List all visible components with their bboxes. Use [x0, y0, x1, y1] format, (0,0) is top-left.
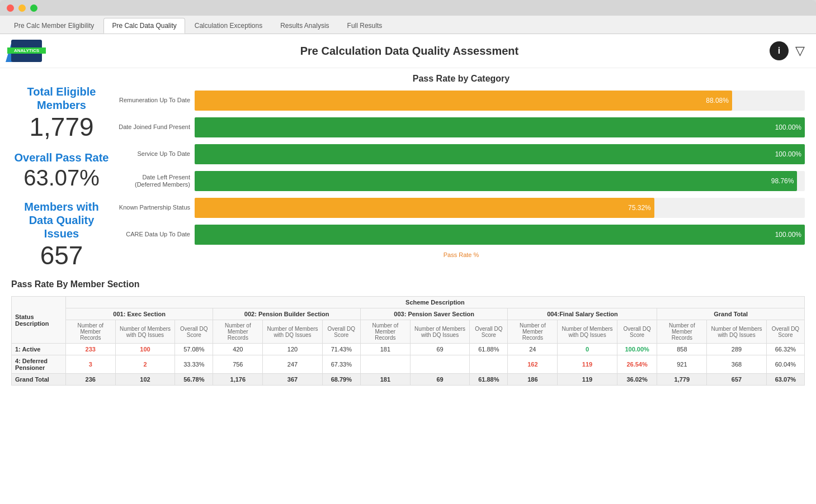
bar-label: Remuneration Up To Date [117, 97, 190, 104]
col-subheader: Overall DQ Score [766, 320, 804, 344]
col-subheader: Overall DQ Score [322, 320, 360, 344]
table-cell: 186 [508, 374, 558, 386]
table-cell: 119 [558, 355, 617, 374]
col-subheader: Number of Member Records [360, 320, 410, 344]
table-cell: 24 [508, 344, 558, 355]
table-cell: 66.32% [766, 344, 804, 355]
info-icon[interactable]: i [770, 41, 789, 60]
table-header-cols: Number of Member RecordsNumber of Member… [12, 320, 805, 344]
pass-rate-label: Overall Pass Rate [11, 151, 112, 164]
page-title: Pre Calculation Data Quality Assessment [49, 45, 770, 58]
bar-chart: Remuneration Up To Date88.08%Date Joined… [117, 91, 805, 245]
main-body: Total Eligible Members 1,779 Overall Pas… [0, 68, 816, 274]
table-cell: 71.43% [322, 344, 360, 355]
bar-track: 75.32% [195, 198, 805, 218]
bar-label: CARE Data Up To Date [117, 231, 190, 238]
table-cell: 100.00% [617, 344, 657, 355]
bar-fill: 75.32% [195, 198, 654, 218]
table-cell [360, 355, 410, 374]
bar-row: Service Up To Date100.00% [117, 144, 805, 164]
table-section-title: Pass Rate By Member Section [11, 279, 805, 289]
bar-row: Date Joined Fund Present100.00% [117, 117, 805, 137]
dq-issues-stat: Members with Data Quality Issues 657 [11, 200, 112, 268]
tab-calculation-exceptions[interactable]: Calculation Exceptions [186, 18, 271, 34]
table-cell: 67.33% [322, 355, 360, 374]
cell-status: Grand Total [12, 374, 66, 386]
table-cell: 36.02% [617, 374, 657, 386]
tab-bar: Pre Calc Member EligibilityPre Calc Data… [0, 16, 816, 34]
table-cell [410, 355, 470, 374]
table-cell: 247 [263, 355, 323, 374]
col-subheader: Number of Member Records [508, 320, 558, 344]
table-cell: 921 [657, 355, 707, 374]
table-cell: 236 [65, 374, 115, 386]
table-cell: 3 [65, 355, 115, 374]
bar-row: Date Left Present (Deferred Members)98.7… [117, 171, 805, 191]
bar-pct-label: 88.08% [706, 97, 729, 104]
table-cell: 1,176 [213, 374, 263, 386]
table-cell: 26.54% [617, 355, 657, 374]
table-row: 4: Deferred Pensioner3233.33%75624767.33… [12, 355, 805, 374]
table-cell: 233 [65, 344, 115, 355]
dq-issues-label: Members with Data Quality Issues [11, 200, 112, 240]
header: HEYWOOD ANALYTICS Pre Calculation Data Q… [0, 34, 816, 68]
col-status-desc: Status Description [12, 297, 66, 344]
tab-pre-calc-member-eligibility[interactable]: Pre Calc Member Eligibility [6, 18, 102, 34]
scheme-name: 001: Exec Section [65, 308, 213, 320]
col-subheader: Number of Members with DQ Issues [410, 320, 470, 344]
tab-pre-calc-data-quality[interactable]: Pre Calc Data Quality [103, 18, 185, 34]
title-bar [0, 0, 816, 16]
table-cell: 100 [115, 344, 175, 355]
scheme-name: Grand Total [657, 308, 805, 320]
table-cell: 33.33% [175, 355, 213, 374]
header-icons: i ▽ [770, 41, 805, 60]
bar-row: CARE Data Up To Date100.00% [117, 225, 805, 245]
col-subheader: Number of Members with DQ Issues [115, 320, 175, 344]
left-panel: Total Eligible Members 1,779 Overall Pas… [11, 74, 112, 268]
pass-rate-value: 63.07% [11, 167, 112, 189]
content-area: HEYWOOD ANALYTICS Pre Calculation Data Q… [0, 34, 816, 504]
logo-area: HEYWOOD ANALYTICS [11, 40, 49, 62]
tab-results-analysis[interactable]: Results Analysis [272, 18, 337, 34]
bar-row: Known Partnership Status75.32% [117, 198, 805, 218]
table-cell: 368 [707, 355, 767, 374]
table-header-schemes: 001: Exec Section002: Pension Builder Se… [12, 308, 805, 320]
minimize-button[interactable] [18, 4, 26, 12]
filter-icon[interactable]: ▽ [795, 44, 805, 58]
bar-fill: 100.00% [195, 225, 805, 245]
bar-label: Date Joined Fund Present [117, 123, 190, 131]
scheme-name: 002: Pension Builder Section [213, 308, 361, 320]
table-cell: 61.88% [470, 374, 508, 386]
cell-status: 1: Active [12, 344, 66, 355]
close-button[interactable] [7, 4, 14, 12]
eligible-members-label: Total Eligible Members [11, 85, 112, 112]
chart-panel: Pass Rate by Category Remuneration Up To… [117, 74, 805, 268]
table-row: 1: Active23310057.08%42012071.43%1816961… [12, 344, 805, 355]
dq-issues-value: 657 [11, 243, 112, 268]
table-cell: 119 [558, 374, 617, 386]
table-cell: 657 [707, 374, 767, 386]
eligible-members-stat: Total Eligible Members 1,779 [11, 85, 112, 140]
col-subheader: Number of Member Records [657, 320, 707, 344]
bar-label: Service Up To Date [117, 150, 190, 158]
bar-pct-label: 100.00% [775, 123, 801, 131]
table-cell: 181 [360, 344, 410, 355]
table-cell [470, 355, 508, 374]
bar-pct-label: 100.00% [775, 231, 801, 239]
bar-track: 98.76% [195, 171, 805, 191]
table-cell: 61.88% [470, 344, 508, 355]
table-cell: 162 [508, 355, 558, 374]
maximize-button[interactable] [30, 4, 37, 12]
table-cell: 56.78% [175, 374, 213, 386]
table-cell: 181 [360, 374, 410, 386]
col-subheader: Number of Members with DQ Issues [263, 320, 323, 344]
col-subheader: Number of Members with DQ Issues [707, 320, 767, 344]
col-subheader: Number of Member Records [65, 320, 115, 344]
data-table: Status DescriptionScheme Description001:… [11, 296, 805, 386]
bar-row: Remuneration Up To Date88.08% [117, 91, 805, 111]
table-cell: 756 [213, 355, 263, 374]
table-cell: 367 [263, 374, 323, 386]
table-header-scheme: Status DescriptionScheme Description [12, 297, 805, 308]
tab-full-results[interactable]: Full Results [339, 18, 391, 34]
bar-pct-label: 75.32% [628, 204, 651, 212]
